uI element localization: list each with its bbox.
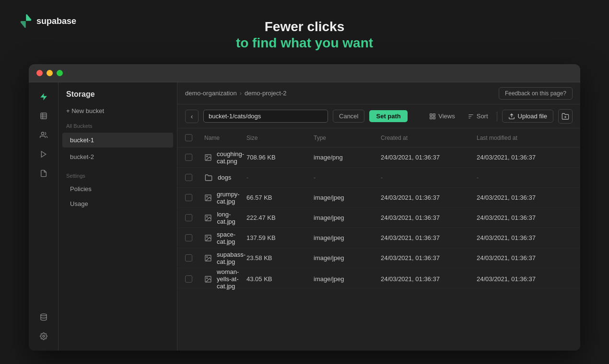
row-checkbox-cell (185, 254, 204, 262)
select-all-checkbox[interactable] (185, 134, 192, 141)
svg-rect-11 (433, 117, 435, 119)
views-icon (429, 113, 436, 120)
table-row[interactable]: long-cat.jpg 222.47 KB image/jpeg 24/03/… (177, 208, 580, 228)
row-size: - (246, 174, 314, 181)
views-label: Views (438, 113, 455, 120)
row-modified: 24/03/2021, 01:36:37 (477, 214, 573, 221)
row-checkbox[interactable] (185, 174, 192, 181)
setpath-button[interactable]: Set path (369, 110, 407, 122)
nav-policies[interactable]: Policies (62, 182, 173, 196)
row-created: 24/03/2021, 01:36:37 (381, 254, 477, 262)
bucket-item-1[interactable]: bucket-1 (62, 133, 173, 148)
path-input[interactable] (203, 110, 328, 123)
pathbar: ‹ Cancel Set path Views Sort Upload file (177, 104, 580, 128)
icon-sidebar (29, 82, 59, 351)
row-modified: - (477, 174, 573, 181)
table-rows-container: coughing-cat.png 708.96 KB image/png 24/… (177, 148, 580, 288)
new-bucket-button[interactable]: + New bucket (59, 104, 177, 117)
svg-point-21 (207, 196, 208, 197)
svg-point-7 (43, 335, 45, 337)
table-row[interactable]: supabass-cat.jpg 23.58 KB image/jpeg 24/… (177, 248, 580, 268)
logo-area: supabase (19, 14, 76, 28)
sidebar-icon-database[interactable] (35, 308, 52, 326)
breadcrumb-org[interactable]: demo-organization (185, 90, 237, 97)
svg-rect-0 (41, 113, 47, 119)
sidebar-icon-file[interactable] (35, 165, 52, 182)
row-modified: 24/03/2021, 01:36:37 (477, 234, 573, 241)
row-size: 137.59 KB (246, 234, 314, 241)
bucket-item-2[interactable]: bucket-2 (62, 149, 173, 164)
app-window: Storage + New bucket All Buckets bucket-… (29, 64, 580, 351)
new-folder-button[interactable] (558, 109, 573, 124)
row-type: image/png (314, 154, 381, 161)
svg-point-4 (41, 132, 44, 135)
all-buckets-label: All Buckets (59, 117, 177, 132)
row-size: 23.58 KB (246, 254, 314, 262)
feedback-button[interactable]: Feedback on this page? (499, 87, 573, 100)
sidebar-icon-users[interactable] (35, 126, 52, 144)
folder-icon (204, 173, 213, 182)
sort-button[interactable]: Sort (464, 110, 492, 122)
svg-point-19 (207, 156, 208, 157)
views-button[interactable]: Views (425, 110, 458, 122)
back-button[interactable]: ‹ (185, 110, 199, 123)
svg-rect-9 (433, 114, 435, 115)
table-row[interactable]: coughing-cat.png 708.96 KB image/png 24/… (177, 148, 580, 168)
minimize-dot[interactable] (47, 70, 53, 76)
supabase-logo-icon (19, 14, 33, 28)
main-content: demo-organization › demo-project-2 Feedb… (177, 82, 580, 351)
row-checkbox[interactable] (185, 275, 192, 283)
close-dot[interactable] (36, 70, 43, 76)
row-size: 66.57 KB (246, 194, 314, 201)
row-checkbox[interactable] (185, 254, 192, 262)
sidebar-icon-settings[interactable] (35, 328, 52, 345)
row-checkbox[interactable] (185, 154, 192, 161)
row-checkbox-cell (185, 194, 204, 201)
row-created: 24/03/2021, 01:36:37 (381, 234, 477, 241)
header-checkbox-cell (185, 134, 204, 141)
row-name: dogs (204, 173, 246, 182)
row-created: 24/03/2021, 01:36:37 (381, 154, 477, 161)
topbar: demo-organization › demo-project-2 Feedb… (177, 82, 580, 104)
row-filename: space-cat.jpg (217, 231, 246, 245)
col-modified: Last modified at (477, 135, 573, 141)
col-size: Size (246, 135, 314, 141)
table-row[interactable]: woman-yells-at-cat.jpg 43.05 KB image/jp… (177, 268, 580, 288)
row-type: image/jpeg (314, 234, 381, 241)
table-header: Name Size Type Created at Last modified … (177, 128, 580, 148)
breadcrumb-separator: › (240, 90, 242, 97)
table-row[interactable]: grumpy-cat.jpg 66.57 KB image/jpeg 24/03… (177, 188, 580, 208)
table-row[interactable]: dogs - - - - (177, 168, 580, 188)
row-name: coughing-cat.png (204, 150, 246, 165)
upload-button[interactable]: Upload file (502, 110, 553, 123)
row-checkbox-cell (185, 174, 204, 181)
sidebar-icon-play[interactable] (35, 146, 52, 163)
row-modified: 24/03/2021, 01:36:37 (477, 194, 573, 201)
sidebar-icon-table[interactable] (35, 107, 52, 125)
row-modified: 24/03/2021, 01:36:37 (477, 154, 573, 161)
svg-point-23 (207, 216, 208, 217)
svg-marker-5 (41, 151, 46, 157)
cancel-button[interactable]: Cancel (333, 110, 364, 123)
image-icon (204, 193, 212, 202)
row-type: image/jpeg (314, 275, 381, 283)
hero-section: Fewer clicks to find what you want (236, 19, 373, 51)
nav-usage[interactable]: Usage (62, 197, 173, 211)
row-checkbox[interactable] (185, 194, 192, 201)
table-row[interactable]: space-cat.jpg 137.59 KB image/jpeg 24/03… (177, 228, 580, 248)
breadcrumb-project[interactable]: demo-project-2 (245, 90, 286, 97)
breadcrumb: demo-organization › demo-project-2 (185, 90, 286, 97)
row-size: 43.05 KB (246, 275, 314, 283)
svg-point-6 (41, 314, 47, 316)
sidebar-icon-bolt[interactable] (35, 88, 52, 105)
row-checkbox-cell (185, 214, 204, 221)
row-filename: supabass-cat.jpg (217, 251, 246, 265)
row-checkbox[interactable] (185, 214, 192, 221)
row-name: supabass-cat.jpg (204, 251, 246, 265)
svg-point-29 (207, 277, 208, 278)
hero-line2: to find what you want (236, 35, 373, 51)
left-panel: Storage + New bucket All Buckets bucket-… (59, 82, 177, 351)
row-checkbox[interactable] (185, 234, 192, 241)
row-type: - (314, 174, 381, 181)
maximize-dot[interactable] (57, 70, 63, 76)
